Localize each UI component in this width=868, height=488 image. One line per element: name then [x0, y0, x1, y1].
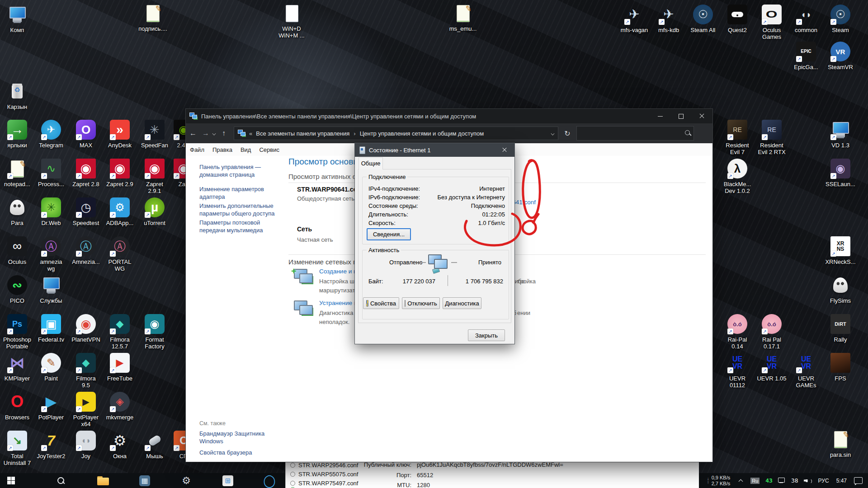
see-also-link-1[interactable]: Свойства браузера — [199, 449, 288, 456]
desktop-icon-common[interactable]: ◖◗↗common — [786, 5, 826, 33]
radio-icon[interactable] — [290, 481, 295, 486]
desktop-icon-карзын[interactable]: Карзын — [0, 81, 37, 110]
desktop-icon-quest2[interactable]: Quest2 — [717, 5, 757, 33]
breadcrumb-network-center[interactable]: Центр управления сетями и общим доступом — [360, 130, 484, 137]
desktop-icon-службы[interactable]: Службы — [31, 275, 71, 304]
sidebar-item-3[interactable]: Параметры потоковой передачи мультимедиа — [199, 219, 288, 234]
desktop-icon-uevr-01112[interactable]: UE VR↗UEVR 01112 — [717, 353, 757, 389]
sidebar-item-0[interactable]: Панель управления — домашняя страница — [199, 163, 288, 178]
blue-oval-app-icon[interactable]: ◯ — [259, 473, 280, 488]
wg-config-item-0[interactable]: STR.WARP29546.conf — [290, 462, 358, 469]
desktop-icon-steamvr[interactable]: VR↗SteamVR — [821, 42, 860, 70]
close-dialog-button[interactable]: Закрыть — [468, 329, 505, 341]
properties-button[interactable]: Свойства — [363, 297, 399, 309]
desktop-icon-resident-evil-7[interactable]: RE↗Resident Evil 7 — [717, 120, 757, 155]
desktop-icon-potplayer[interactable]: ▶↗PotPlayer — [31, 392, 71, 421]
desktop-icon-uevr-games[interactable]: UE VR↗UEVR GAMEs — [786, 353, 826, 389]
notification-center-icon[interactable] — [854, 477, 863, 484]
radio-icon[interactable] — [290, 472, 295, 477]
details-button[interactable]: Сведения... — [367, 228, 411, 240]
desktop-icon-rai-pal-0-14[interactable]: ò.ó↗Rai-Pal 0.14 — [717, 314, 757, 350]
maximize-icon[interactable] — [671, 109, 692, 123]
desktop-icon-resident-evil-2-rtx[interactable]: RE↗Resident Evil 2 RTX — [752, 120, 792, 155]
desktop-icon-mkvmerge[interactable]: ◈↗mkvmerge — [100, 392, 140, 421]
refresh-icon[interactable]: ↻ — [562, 129, 573, 138]
desktop-icon-flysims[interactable]: FlySims — [821, 275, 860, 304]
desktop-icon-amnezia-wg[interactable]: Ⓐ↗amnezia wg — [31, 236, 71, 272]
desktop-icon-dr-web[interactable]: ✳↗Dr.Web — [31, 197, 71, 226]
menu-сервис[interactable]: Сервис — [255, 146, 283, 153]
sidebar-item-1[interactable]: Изменение параметров адаптера — [199, 185, 288, 201]
desktop-icon-vd-1-3[interactable]: ↗VD 1.3 — [821, 120, 860, 149]
back-icon[interactable]: ← — [188, 129, 198, 137]
desktop-icon-steam[interactable]: ☉↗Steam — [821, 5, 860, 33]
address-dropdown-icon[interactable] — [551, 131, 554, 135]
desktop-icon-paint[interactable]: ✎↗Paint — [31, 353, 71, 382]
ru-tray-icon[interactable]: Ru — [750, 478, 760, 484]
desktop-icon-process[interactable]: ∿↗Process... — [31, 159, 71, 188]
wg-config-item-2[interactable]: STR.WARP75497.conf — [290, 480, 358, 487]
desktop-icon-steam-all[interactable]: ☉Steam All — [683, 5, 723, 33]
dialog-close-icon[interactable] — [494, 143, 514, 157]
search-input[interactable] — [576, 126, 694, 141]
cpu-temp-tray[interactable]: 43 — [765, 477, 773, 484]
store-icon[interactable]: ⊞ — [217, 473, 239, 488]
desktop-icon-freetube[interactable]: ▶↗FreeTube — [100, 353, 140, 382]
desktop-icon-комп[interactable]: Комп — [0, 5, 37, 33]
desktop-icon-portal-wg[interactable]: Ⓐ↗PORTAL WG — [100, 236, 140, 272]
desktop-icon-utorrent[interactable]: µ↗uTorrent — [135, 197, 175, 226]
wg-config-item-1[interactable]: STR.WARP55075.conf — [290, 471, 358, 478]
breadcrumb-all-items[interactable]: Все элементы панели управления — [256, 130, 349, 137]
minimize-icon[interactable] — [650, 109, 671, 123]
desktop-icon-joytester2[interactable]: 7↗JoyTester2 — [31, 431, 71, 460]
settings-icon[interactable]: ⚙ — [175, 473, 197, 488]
desktop-icon-mfs-vagan[interactable]: ✈↗mfs-vagan — [614, 5, 654, 33]
desktop-icon-win-d-win-m[interactable]: WiN+D WiN+M ... — [272, 3, 311, 39]
file-explorer-icon[interactable] — [92, 473, 114, 488]
desktop-icon-sselaun[interactable]: ◉↗SSELaun... — [821, 159, 860, 188]
desktop-icon-adbapp[interactable]: ⚙↗ADBApp... — [100, 197, 140, 226]
disable-button[interactable]: Отключить — [402, 297, 440, 309]
desktop-icon-подпись[interactable]: подпись.... — [133, 3, 173, 32]
desktop-icon-fps[interactable]: FPS — [821, 353, 860, 382]
desktop-icon-xrnecks[interactable]: XR NS↗XRNeckS... — [821, 236, 860, 265]
start-button[interactable] — [0, 473, 22, 488]
radio-icon[interactable] — [290, 463, 295, 468]
language-indicator[interactable]: РУС — [818, 478, 829, 484]
menu-вид[interactable]: Вид — [236, 146, 255, 153]
volume-icon[interactable] — [804, 478, 812, 484]
sidebar-item-2[interactable]: Изменить дополнительные параметры общего… — [199, 202, 288, 217]
hidden-icons-chevron[interactable] — [739, 479, 743, 483]
desktop-icon-mfs-kdb[interactable]: ✈↗mfs-kdb — [649, 5, 689, 33]
menu-правка[interactable]: Правка — [208, 146, 236, 153]
up-icon[interactable]: ↑ — [218, 129, 229, 137]
desktop-icon-uevr-1-05[interactable]: UE VR↗UEVR 1.05 — [752, 353, 792, 382]
desktop-icon-filmora-12-5-7[interactable]: ◆↗Filmora 12.5.7 — [100, 314, 140, 350]
desktop-icon-zapret-2-9[interactable]: ◉↗Zapret 2.9 — [100, 159, 140, 188]
gpu-temp-tray[interactable]: 38 — [791, 477, 798, 484]
desktop-icon-ms-emu[interactable]: ms_emu... — [443, 3, 483, 32]
desktop-icon-rai-pal-0-17-1[interactable]: ò.ó↗Rai Pal 0.17.1 — [752, 314, 792, 350]
desktop-icon-format-factory[interactable]: ◉↗Format Factory — [135, 314, 175, 350]
search-button[interactable] — [50, 473, 71, 488]
desktop-icon-epicga[interactable]: EPIC↗EpicGa... — [786, 42, 826, 70]
address-bar[interactable]: « Все элементы панели управления › Центр… — [234, 127, 558, 140]
desktop-icon-blackme-dev-1-0-2[interactable]: λ↗BlackMe... Dev 1.0.2 — [717, 159, 757, 194]
diagnose-button[interactable]: Диагностика — [443, 297, 481, 309]
desktop-icon-rally[interactable]: DiRTRally — [821, 314, 860, 343]
close-icon[interactable] — [692, 109, 712, 123]
menu-файл[interactable]: Файл — [186, 146, 208, 153]
tab-general[interactable]: Общие — [359, 157, 383, 169]
calculator-icon[interactable]: ▦ — [134, 473, 156, 488]
clock[interactable]: 5:47 — [836, 478, 847, 484]
history-chevron-icon[interactable] — [212, 131, 216, 135]
desktop-icon-anydesk[interactable]: »↗AnyDesk — [100, 120, 140, 149]
desktop-icon-telegram[interactable]: ✈↗Telegram — [31, 120, 71, 149]
see-also-link-0[interactable]: Брандмауэр Защитника Windows — [199, 430, 288, 445]
forward-icon[interactable]: → — [200, 129, 211, 137]
ethernet-tray-icon[interactable] — [778, 478, 786, 484]
desktop-icon-federal-tv[interactable]: ▣↗Federal.tv — [31, 314, 71, 343]
desktop-icon-окна[interactable]: ⚙↗Окна — [100, 431, 140, 460]
desktop-icon-oculus-games[interactable]: O↗Oculus Games — [752, 5, 792, 40]
desktop-icon-para-sin[interactable]: para.sin — [821, 429, 860, 458]
